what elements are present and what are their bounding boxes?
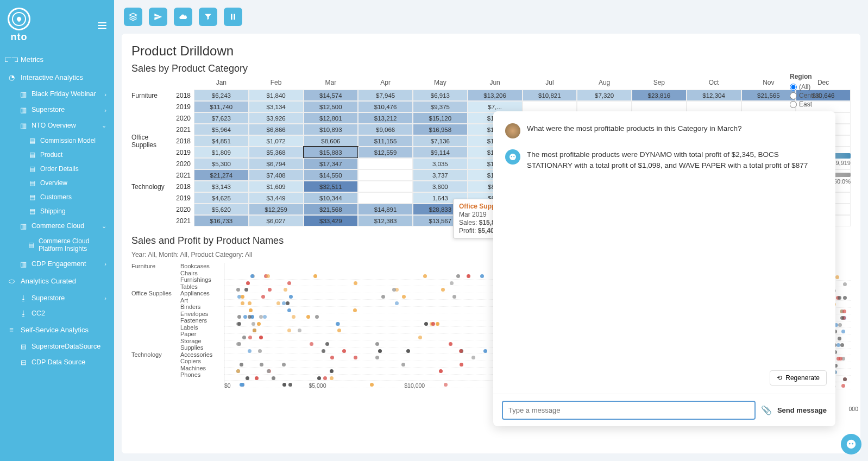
chart-icon: ▤	[28, 207, 36, 215]
dashboard-icon: ▥	[20, 260, 27, 268]
chart-icon: ▤	[28, 137, 36, 144]
nav-metrics[interactable]: ⫍⫎Metrics	[0, 50, 114, 68]
nav-self-service[interactable]: ≡Self-Service Analytics	[0, 321, 114, 339]
cloud-button[interactable]	[174, 8, 192, 26]
nav-shipping[interactable]: ▤Shipping	[0, 204, 114, 218]
send-button[interactable]	[149, 8, 167, 26]
nav-analytics-curated[interactable]: ⬭Analytics Curated	[0, 272, 114, 291]
regenerate-button[interactable]: ⟲Regenerate	[770, 370, 827, 386]
svg-point-3	[511, 156, 512, 157]
nav-superstore-ds[interactable]: ⊟SuperstoreDataSource	[0, 339, 114, 355]
svg-point-7	[852, 443, 853, 445]
datasource-icon: ⊟	[20, 358, 27, 367]
refresh-icon: ⟲	[777, 374, 782, 382]
chart-icon: ▤	[28, 241, 34, 249]
nav-commission-model[interactable]: ▤Commission Model	[0, 134, 114, 148]
nav-overview[interactable]: ▤Overview	[0, 176, 114, 190]
download-icon: ⭳	[20, 310, 27, 317]
nav-cc-insights[interactable]: ▤Commerce Cloud Platform Insights	[0, 234, 114, 256]
page-title: Product Drilldown	[131, 43, 851, 59]
svg-point-2	[510, 154, 516, 160]
chart-icon: ▤	[28, 165, 36, 173]
chat-bot-message: The most profitable products were DYNAMO…	[505, 149, 823, 172]
svg-rect-0	[231, 14, 232, 20]
pie-chart-icon: ◔	[8, 73, 15, 81]
datasource-icon: ⊟	[20, 343, 27, 351]
bar-chart-icon: ⫍⫎	[8, 55, 15, 64]
database-icon: ≡	[8, 326, 15, 334]
nav-cdp-engagement[interactable]: ▥CDP Engagement›	[0, 256, 114, 272]
attachment-icon[interactable]: 📎	[761, 405, 772, 415]
chevron-right-icon: ›	[104, 295, 106, 301]
download-icon: ⭳	[20, 294, 27, 302]
sidebar: nto ⫍⫎Metrics ◔Interactive Analytics ▥Bl…	[0, 0, 114, 461]
nav-black-friday[interactable]: ▥Black Friday Webinar›	[0, 86, 114, 102]
chevron-right-icon: ›	[104, 261, 106, 267]
dashboard-icon: ▥	[20, 106, 27, 114]
nav-nto-overview[interactable]: ▥NTO Overview⌄	[0, 118, 114, 134]
filter-button[interactable]	[199, 8, 217, 26]
send-message-button[interactable]: Send message	[777, 406, 827, 414]
chat-user-message: What were the most profitable products i…	[505, 123, 823, 138]
bot-avatar-icon	[505, 149, 520, 165]
chevron-down-icon: ⌄	[102, 223, 106, 230]
chevron-down-icon: ⌄	[102, 122, 106, 129]
cube-button[interactable]	[124, 8, 142, 26]
nav-order-details[interactable]: ▤Order Details	[0, 162, 114, 176]
svg-point-4	[513, 156, 514, 157]
svg-point-6	[849, 443, 851, 445]
region-title: Region	[790, 73, 850, 80]
nav-cc2[interactable]: ⭳CC2	[0, 306, 114, 321]
nav-product[interactable]: ▤Product	[0, 148, 114, 162]
section-title-1: Sales by Product Category	[131, 63, 851, 74]
svg-rect-1	[234, 14, 235, 20]
nav-superstore2[interactable]: ⭳Superstore›	[0, 291, 114, 306]
svg-point-5	[847, 440, 856, 449]
dashboard-icon: ▥	[20, 90, 27, 98]
chat-fab-button[interactable]	[841, 434, 861, 454]
axis-tick: 000	[848, 406, 858, 412]
region-filter: Region (All) Central East	[790, 73, 850, 109]
chart-icon: ▤	[28, 179, 36, 187]
nav-commerce-cloud[interactable]: ▥Commerce Cloud⌄	[0, 218, 114, 234]
nav-superstore[interactable]: ▥Superstore›	[0, 102, 114, 118]
region-central[interactable]: Central	[790, 91, 850, 100]
nav-cdp-ds[interactable]: ⊟CDP Data Source	[0, 355, 114, 370]
user-avatar-icon	[505, 123, 520, 138]
dashboard-icon: ▥	[20, 122, 27, 130]
chart-icon: ▤	[28, 151, 36, 159]
nav-interactive-analytics[interactable]: ◔Interactive Analytics	[0, 68, 114, 86]
nav-customers[interactable]: ▤Customers	[0, 190, 114, 204]
chart-icon: ▤	[28, 193, 36, 201]
toolbar	[114, 0, 868, 34]
menu-toggle-icon[interactable]	[98, 22, 106, 29]
chat-panel: What were the most profitable products i…	[493, 111, 835, 426]
chat-input[interactable]	[502, 401, 756, 420]
region-east[interactable]: East	[790, 100, 850, 109]
pause-button[interactable]	[224, 8, 242, 26]
dashboard-icon: ▥	[20, 222, 27, 230]
chevron-right-icon: ›	[104, 107, 106, 113]
analytics-icon: ⬭	[8, 277, 15, 286]
chevron-right-icon: ›	[104, 91, 106, 98]
logo: nto	[8, 8, 30, 43]
region-all[interactable]: (All)	[790, 83, 850, 91]
